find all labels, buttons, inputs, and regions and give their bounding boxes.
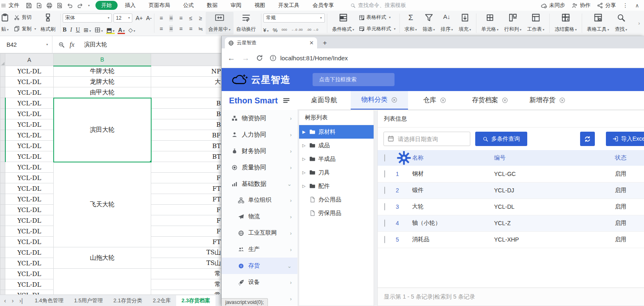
- select-all-checkbox[interactable]: [384, 154, 385, 162]
- sidebar-item-物资协同[interactable]: 物资协同›: [222, 110, 297, 126]
- export-icon[interactable]: [36, 2, 42, 9]
- cell-a[interactable]: YCL-DL: [5, 279, 54, 290]
- sidebar-item-单位组织[interactable]: 单位组织›: [222, 192, 297, 208]
- cell-a[interactable]: YCL-DL: [5, 151, 54, 162]
- cell-a[interactable]: YCL-DL: [5, 87, 54, 98]
- column-header-code[interactable]: 编号: [494, 150, 615, 166]
- expand-arrow-icon[interactable]: ▷: [302, 143, 306, 148]
- tree-item-原材料[interactable]: ▶原材料: [299, 125, 374, 139]
- cell-a[interactable]: YCL-DL: [5, 205, 54, 215]
- tab-close-circle-icon[interactable]: [440, 97, 446, 103]
- cut-button[interactable]: 剪切: [12, 14, 38, 21]
- cell-b[interactable]: 山拖大轮: [54, 247, 151, 269]
- decrease-decimal-button[interactable]: .00 →.0: [307, 28, 318, 32]
- align-middle-button[interactable]: ≡: [169, 15, 172, 21]
- tab-close-circle-icon[interactable]: [559, 97, 565, 103]
- tree-item-刀具[interactable]: ▷刀具: [299, 166, 374, 179]
- cell-a[interactable]: YCL-DL: [5, 130, 54, 141]
- col-header-b[interactable]: B: [54, 54, 151, 66]
- new-tab-icon[interactable]: +: [323, 39, 327, 47]
- sidebar-item-人力协同[interactable]: 人力协同›: [222, 126, 297, 143]
- italic-button[interactable]: I: [70, 27, 72, 33]
- cell-c[interactable]: TS山: [151, 258, 222, 269]
- column-header-status[interactable]: 状态: [615, 150, 644, 166]
- bold-button[interactable]: B: [63, 27, 66, 33]
- collaborate-button[interactable]: 协作: [571, 2, 590, 9]
- align-center-button[interactable]: ≡: [169, 25, 172, 32]
- address-bar[interactable]: localhost:81/Home/Index: [270, 55, 348, 62]
- select-all-corner[interactable]: [0, 54, 5, 66]
- expand-arrow-icon[interactable]: ▷: [302, 170, 306, 175]
- worksheet-button[interactable]: 工作表▾: [524, 12, 547, 34]
- tree-item-劳保用品[interactable]: 劳保用品: [299, 206, 374, 220]
- tree-item-成品[interactable]: ▷成品: [299, 139, 374, 152]
- underline-button[interactable]: U: [76, 27, 80, 33]
- row-header[interactable]: [0, 98, 5, 109]
- wps-tab-视图[interactable]: 视图: [249, 1, 271, 10]
- cell-c[interactable]: [151, 87, 222, 98]
- cell-a[interactable]: YCL-DL: [5, 237, 54, 247]
- cell-a[interactable]: YCL-DL: [5, 77, 54, 87]
- cell-c[interactable]: BT: [151, 151, 222, 162]
- name-box[interactable]: B42▾: [0, 36, 52, 53]
- row-header[interactable]: [0, 279, 5, 290]
- row-header[interactable]: [0, 215, 5, 226]
- sum-button[interactable]: Σ 求和▾: [402, 12, 420, 34]
- sidebar-item-基础数据[interactable]: 基础数据⌄: [222, 176, 297, 192]
- align-right-button[interactable]: ≡: [179, 25, 182, 32]
- row-checkbox[interactable]: [384, 170, 385, 178]
- draw-border-button[interactable]: ▾: [95, 27, 103, 33]
- wps-tab-会员专享[interactable]: 会员专享: [307, 1, 340, 10]
- cell-c[interactable]: B: [151, 119, 222, 130]
- sheet-tab-2.2仓库[interactable]: 2.2仓库: [147, 295, 176, 306]
- preview-icon[interactable]: [57, 2, 63, 9]
- more-menu-icon[interactable]: ⋮: [622, 2, 628, 9]
- col-header-c[interactable]: [151, 54, 222, 66]
- thousands-button[interactable]: 000: [281, 28, 287, 32]
- gear-icon[interactable]: [396, 150, 412, 166]
- cell-a[interactable]: YCL-DL: [5, 226, 54, 237]
- cell-c[interactable]: 常: [151, 279, 222, 290]
- app-tab-桌面导航[interactable]: 桌面导航: [297, 91, 351, 110]
- cell-c[interactable]: F: [151, 173, 222, 183]
- font-color-button[interactable]: A▾: [118, 27, 125, 33]
- cell-c[interactable]: FT: [151, 194, 222, 205]
- wps-tab-数据[interactable]: 数据: [201, 1, 223, 10]
- fill-button[interactable]: 填充▾: [456, 12, 474, 34]
- wps-tab-页面布局[interactable]: 页面布局: [143, 1, 176, 10]
- cell-a[interactable]: YCL-DL: [5, 109, 54, 119]
- sheet-tab-1.5用户管理[interactable]: 1.5用户管理: [69, 295, 108, 306]
- expand-arrow-icon[interactable]: ▶: [302, 130, 306, 134]
- row-checkbox[interactable]: [384, 187, 385, 194]
- row-header[interactable]: [0, 205, 5, 215]
- ribbon-more-icon[interactable]: ›: [638, 12, 642, 34]
- cell-b[interactable]: 龙牌大轮: [54, 77, 151, 87]
- row-header[interactable]: [0, 151, 5, 162]
- menu-toggle-icon[interactable]: [283, 97, 290, 104]
- fx-icon[interactable]: fx: [70, 41, 75, 48]
- cell-c[interactable]: 大: [151, 77, 222, 87]
- row-header[interactable]: [0, 141, 5, 151]
- quickbar-dropdown[interactable]: ▾: [88, 4, 90, 7]
- row-header[interactable]: [0, 290, 5, 295]
- cell-b[interactable]: [54, 269, 151, 295]
- cell-c[interactable]: TS山: [151, 247, 222, 258]
- command-search[interactable]: 查找命令、搜索模板: [350, 2, 406, 9]
- row-header[interactable]: [0, 269, 5, 279]
- share-button[interactable]: 分享: [597, 2, 616, 9]
- cell-a[interactable]: YCL-DL: [5, 183, 54, 194]
- row-header[interactable]: [0, 183, 5, 194]
- row-header[interactable]: [0, 173, 5, 183]
- increase-indent-button[interactable]: ≥: [199, 15, 202, 21]
- freeze-panes-button[interactable]: 冻结窗格▾: [552, 12, 580, 34]
- app-tab-存货档案[interactable]: 存货档案: [461, 91, 519, 110]
- cell-a[interactable]: YCL-DL: [5, 66, 54, 77]
- increase-decimal-button[interactable]: ←.0 .00: [291, 28, 303, 32]
- cell-a[interactable]: YCL-DL: [5, 194, 54, 205]
- row-header[interactable]: [0, 66, 5, 77]
- font-name-select[interactable]: 宋体▾: [63, 14, 112, 23]
- cell-a[interactable]: YCL-DL: [5, 258, 54, 269]
- tab-close-circle-icon[interactable]: [502, 97, 508, 103]
- rows-cols-button[interactable]: 行和列▾: [501, 12, 524, 34]
- sidebar-item-生产[interactable]: 生产›: [222, 241, 297, 258]
